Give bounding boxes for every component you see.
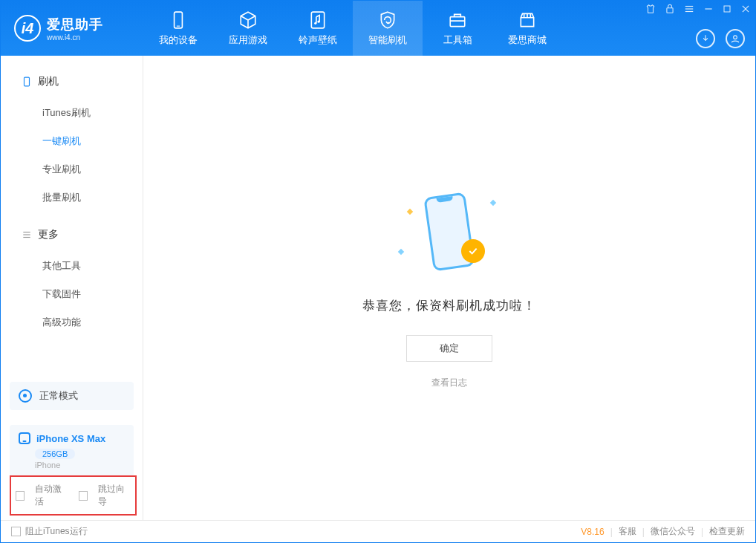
mode-indicator[interactable]: 正常模式 [10,382,134,410]
footer-label: 阻止iTunes运行 [25,525,88,538]
tab-label: 工具箱 [443,33,472,47]
sidebar-item-download-firmware[interactable]: 下载固件 [1,280,143,308]
checkmark-icon [461,239,485,263]
download-button[interactable] [696,29,715,48]
sidebar-item-oneclick-flash[interactable]: 一键刷机 [1,127,143,155]
view-log-link[interactable]: 查看日志 [431,377,467,389]
tab-label: 智能刷机 [368,33,407,47]
device-info[interactable]: iPhone XS Max 256GB iPhone [10,425,134,477]
app-logo: i4 爱思助手 www.i4.cn [1,15,143,42]
device-capacity-badge: 256GB [35,449,75,459]
sidebar-item-advanced[interactable]: 高级功能 [1,308,143,336]
toolbox-icon [448,10,467,30]
logo-icon: i4 [14,15,41,42]
sidebar-item-batch-flash[interactable]: 批量刷机 [1,183,143,212]
sidebar-item-pro-flash[interactable]: 专业刷机 [1,155,143,183]
svg-rect-2 [311,12,324,28]
sidebar: 刷机 iTunes刷机 一键刷机 专业刷机 批量刷机 更多 其他工具 下载固件 … [1,56,143,520]
tab-label: 应用游戏 [229,33,267,47]
tab-flash[interactable]: 智能刷机 [353,1,423,56]
tab-store[interactable]: 爱思商城 [492,1,562,56]
option-label: 自动激活 [35,483,68,508]
user-button[interactable] [726,29,745,48]
svg-point-4 [317,20,319,22]
device-type: iPhone [35,461,125,469]
svg-rect-1 [177,25,180,26]
svg-rect-11 [724,6,730,12]
main-tabs: 我的设备 应用游戏 铃声壁纸 智能刷机 工具箱 爱思商城 [143,1,562,56]
list-icon [22,230,32,240]
svg-rect-6 [667,8,673,13]
svg-point-14 [734,36,737,39]
main-content: 恭喜您，保资料刷机成功啦！ 确定 查看日志 [143,56,755,520]
checkbox-block-itunes[interactable] [11,527,21,536]
footer-link-wechat[interactable]: 微信公众号 [651,525,695,538]
checkbox-auto-activate[interactable] [16,491,25,501]
group-title: 更多 [38,228,59,241]
minimize-button[interactable] [703,4,714,14]
maximize-button[interactable] [723,4,731,13]
tab-label: 我的设备 [159,33,198,47]
version-label: V8.16 [581,527,604,537]
footer-link-update[interactable]: 检查更新 [709,525,745,538]
store-icon [518,10,537,30]
sidebar-group-more: 更多 [1,224,143,246]
device-name: iPhone XS Max [36,433,105,444]
tab-label: 爱思商城 [508,33,547,47]
flash-options: 自动激活 跳过向导 [10,475,137,516]
checkbox-skip-guide[interactable] [79,491,88,501]
app-header: i4 爱思助手 www.i4.cn 我的设备 应用游戏 铃声壁纸 智能刷机 工具… [1,1,755,56]
tab-label: 铃声壁纸 [299,33,337,47]
device-icon [169,10,188,30]
sidebar-group-flash: 刷机 [1,71,143,93]
success-message: 恭喜您，保资料刷机成功啦！ [362,297,536,314]
tab-apps[interactable]: 应用游戏 [213,1,283,56]
svg-rect-5 [450,16,465,26]
lock-icon[interactable] [665,4,675,14]
group-title: 刷机 [38,75,59,88]
mode-label: 正常模式 [39,389,78,403]
sidebar-item-itunes-flash[interactable]: iTunes刷机 [1,99,143,127]
confirm-button[interactable]: 确定 [406,335,492,362]
footer: 阻止iTunes运行 V8.16 | 客服 | 微信公众号 | 检查更新 [1,520,755,542]
svg-point-3 [314,22,316,24]
mode-icon [19,389,32,403]
music-icon [308,10,328,30]
option-label: 跳过向导 [98,483,131,508]
menu-icon[interactable] [684,4,694,14]
device-icon [19,432,30,444]
window-controls [645,4,751,14]
tab-ringtones[interactable]: 铃声壁纸 [283,1,353,56]
tab-device[interactable]: 我的设备 [143,1,213,56]
close-button[interactable] [740,4,751,14]
svg-rect-15 [25,77,30,86]
phone-icon [22,77,32,87]
header-right-buttons [696,29,745,48]
tab-tools[interactable]: 工具箱 [423,1,492,56]
footer-link-support[interactable]: 客服 [619,525,636,538]
refresh-shield-icon [378,10,397,30]
success-illustration [405,187,494,276]
sidebar-item-other-tools[interactable]: 其他工具 [1,252,143,280]
app-url: www.i4.cn [47,33,103,42]
tshirt-icon[interactable] [645,4,656,14]
cube-icon [238,10,258,30]
app-name: 爱思助手 [47,16,103,33]
